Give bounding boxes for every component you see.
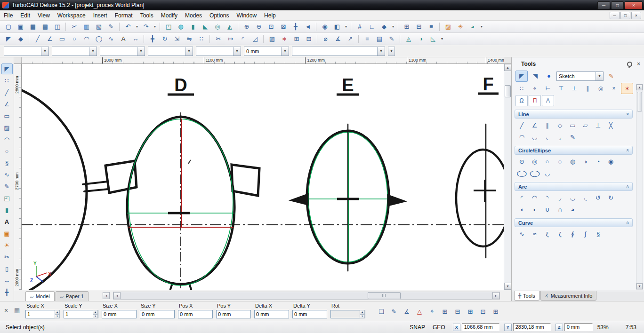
- tab-scroll-left-button[interactable]: ◂: [103, 292, 110, 299]
- pin-icon[interactable]: [627, 62, 632, 67]
- combo-caret-icon[interactable]: ▾: [596, 72, 603, 80]
- text-tool-icon[interactable]: A: [1, 216, 13, 227]
- camera-icon[interactable]: ◧: [331, 22, 343, 32]
- cone-3d-icon[interactable]: ◣: [199, 22, 211, 32]
- table-rotation-icon[interactable]: ⊞: [466, 307, 475, 316]
- arc-complement-icon[interactable]: ◕: [566, 204, 579, 215]
- polyline-tool-icon[interactable]: ∠: [44, 34, 56, 44]
- circle-3-point-icon[interactable]: ◌: [554, 156, 566, 167]
- copy-icon[interactable]: ▥: [80, 22, 93, 32]
- move-icon[interactable]: ╋: [146, 34, 159, 44]
- ellipse-icon[interactable]: ◯: [515, 167, 528, 179]
- spiral-tool-icon[interactable]: §: [1, 158, 13, 168]
- polyline-tool-icon[interactable]: ∠: [1, 99, 13, 110]
- torus-3d-icon[interactable]: ◎: [211, 22, 224, 32]
- combo-caret-icon[interactable]: ▾: [233, 47, 241, 56]
- materials-icon[interactable]: ▨: [442, 22, 454, 32]
- array-icon[interactable]: ∷: [195, 34, 208, 44]
- property-combo-3[interactable]: ▾: [100, 47, 145, 56]
- tab-model[interactable]: ▱ Model: [25, 291, 55, 301]
- ellipse-arc-icon[interactable]: ◡: [541, 167, 554, 179]
- circle-concentric-icon[interactable]: ◎: [528, 156, 541, 167]
- world-plan-icon[interactable]: ◉: [319, 22, 331, 32]
- combo-caret-icon[interactable]: ▾: [377, 47, 385, 56]
- save-icon[interactable]: ▦: [27, 22, 39, 32]
- curve-fit-spline-icon[interactable]: ≈: [528, 228, 541, 240]
- previous-view-icon[interactable]: ◄: [302, 22, 314, 32]
- panel-scrollbar[interactable]: ▲ ▼: [636, 84, 643, 290]
- property-toolbar-overflow-button[interactable]: ▾: [388, 47, 395, 56]
- line-angular-icon[interactable]: ◞: [554, 131, 566, 143]
- curve-revision-icon[interactable]: ∫: [579, 228, 592, 240]
- combo-caret-icon[interactable]: ▾: [89, 47, 97, 56]
- ungroup-objects-icon[interactable]: ⊟: [303, 34, 315, 44]
- line-tool-icon[interactable]: ╱: [1, 87, 13, 98]
- menu-options[interactable]: Options: [206, 11, 233, 20]
- line-tangent-from-arc-icon[interactable]: ◠: [515, 131, 528, 143]
- text-tool-icon[interactable]: A: [117, 34, 129, 44]
- shade-mode-icon[interactable]: ◑: [415, 34, 427, 44]
- arc-tangent-icon[interactable]: ◝: [541, 192, 554, 204]
- curve-bezier-icon[interactable]: ξ: [541, 228, 554, 240]
- render-icon[interactable]: ◕: [467, 22, 479, 32]
- property-combo-7[interactable]: ▾: [292, 47, 385, 56]
- select-icon[interactable]: ◤: [2, 34, 15, 44]
- zoom-window-icon[interactable]: ⊡: [265, 22, 277, 32]
- panel-scroll-thumb[interactable]: [637, 92, 642, 111]
- vertical-constraint-icon[interactable]: ⊤: [555, 83, 567, 94]
- fillet-icon[interactable]: ◜: [237, 34, 249, 44]
- arc-tool-icon[interactable]: ◠: [1, 134, 13, 145]
- combo-caret-icon[interactable]: ▾: [281, 47, 289, 56]
- rectangle-tool-icon[interactable]: ▭: [56, 34, 68, 44]
- ungroup-icon[interactable]: ⊟: [413, 22, 425, 32]
- line-rectangle-icon[interactable]: ▭: [566, 119, 579, 131]
- menu-view[interactable]: View: [34, 11, 54, 20]
- tab-tools[interactable]: ╋ Tools: [514, 291, 539, 301]
- edit-properties-icon[interactable]: ✎: [389, 307, 399, 316]
- property-combo-5[interactable]: ▾: [196, 47, 241, 56]
- table-delta-icon[interactable]: ⊡: [478, 307, 488, 316]
- line-tangent-2-arcs-icon[interactable]: ◟: [541, 131, 554, 143]
- cylinder-3d-icon[interactable]: ▮: [187, 22, 199, 32]
- section-curve-header[interactable]: Curve «: [515, 218, 633, 227]
- curve-tool-icon[interactable]: ∿: [1, 169, 13, 180]
- collapse-chevron-icon[interactable]: «: [625, 185, 630, 188]
- field-input[interactable]: [140, 310, 175, 318]
- select-mode-icon[interactable]: ◤: [515, 71, 528, 82]
- table-extents-icon[interactable]: ⊞: [440, 307, 450, 316]
- horizontal-scroll-thumb[interactable]: [368, 292, 401, 299]
- ellipse-rotated-icon[interactable]: ◯: [528, 167, 541, 179]
- y-coordinate-field[interactable]: 2830,18 mm: [513, 323, 551, 331]
- collapse-chevron-icon[interactable]: «: [625, 112, 630, 115]
- hatch-icon[interactable]: ▨: [266, 34, 278, 44]
- mirror-icon[interactable]: ⇋: [183, 34, 195, 44]
- combo-caret-icon[interactable]: ▾: [137, 47, 145, 56]
- leader-icon[interactable]: ↗: [344, 34, 356, 44]
- field-input[interactable]: [102, 310, 137, 318]
- new-icon[interactable]: ▢: [2, 22, 15, 32]
- print-preview-icon[interactable]: ◫: [51, 22, 64, 32]
- tab-paper-1[interactable]: ▱ Paper 1: [56, 291, 89, 301]
- arc-right-icon[interactable]: ◗: [528, 204, 541, 215]
- node-edit-icon[interactable]: ◆: [15, 34, 27, 44]
- curve-sketch-icon[interactable]: ζ: [554, 228, 566, 240]
- constraint-manager-icon[interactable]: Π: [529, 95, 541, 106]
- arc-3-point-icon[interactable]: ◠: [528, 192, 541, 204]
- circle-tangent-icon[interactable]: ◍: [566, 156, 579, 167]
- menu-modify[interactable]: Modify: [157, 11, 181, 20]
- tab-measurement-info[interactable]: ∡ Measurement Info: [540, 291, 597, 301]
- line-rotated-rectangle-icon[interactable]: ▱: [579, 119, 592, 131]
- spinner[interactable]: ▴ ▾: [93, 310, 98, 317]
- measure-distance-icon[interactable]: ⌀: [320, 34, 332, 44]
- circle-tool-icon[interactable]: ○: [1, 146, 13, 157]
- palette-select[interactable]: Sketch ▾: [556, 71, 604, 81]
- undo-caret-icon[interactable]: ▾: [134, 22, 140, 32]
- arc-cw-icon[interactable]: ↻: [604, 192, 617, 204]
- drawing-canvas[interactable]: D E F Y X Z: [22, 64, 504, 290]
- combo-caret-icon[interactable]: ▾: [185, 47, 193, 56]
- horizontal-constraint-icon[interactable]: ⊢: [542, 83, 554, 94]
- section-circle-ellipse-header[interactable]: Circle/Ellipse «: [515, 146, 633, 155]
- menu-tools[interactable]: Tools: [137, 11, 157, 20]
- arc-concentric-icon[interactable]: ◡: [566, 192, 579, 204]
- layers-icon[interactable]: ≡: [425, 22, 437, 32]
